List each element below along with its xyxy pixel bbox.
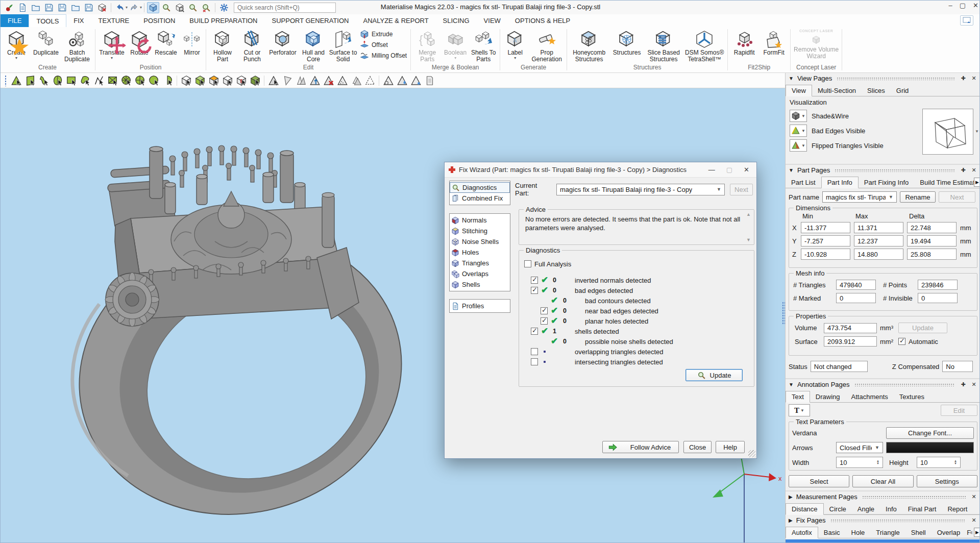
- shade-wire-dropdown[interactable]: ▼: [790, 110, 807, 122]
- nav-shells[interactable]: Shells: [450, 279, 510, 290]
- dialog-title-bar[interactable]: Fix Wizard (Part: magics fix stl- Tirupa…: [445, 162, 756, 178]
- settings-button[interactable]: Settings: [917, 475, 977, 487]
- close-section-icon[interactable]: ✕: [970, 493, 977, 500]
- diag-checkbox[interactable]: [531, 287, 538, 294]
- minimize-button[interactable]: –: [949, 2, 952, 9]
- import-part-icon[interactable]: [69, 2, 82, 13]
- shells-to-parts-button[interactable]: Shells To Parts: [469, 28, 498, 63]
- invisible-field[interactable]: 0: [918, 293, 958, 303]
- invert-normals-tool-icon[interactable]: [308, 74, 322, 87]
- y-min-field[interactable]: -7.257: [801, 235, 850, 246]
- nav-profiles[interactable]: Profiles: [450, 301, 510, 311]
- rectangle-selection-tool-icon[interactable]: [64, 74, 78, 87]
- create-button[interactable]: Create▾: [2, 28, 31, 60]
- x-max-field[interactable]: 11.371: [854, 222, 903, 233]
- batch-duplicate-button[interactable]: Batch Duplicate: [61, 28, 93, 63]
- menu-build-preparation[interactable]: BUILD PREPARATION: [182, 14, 264, 27]
- undo-dropdown-arrow[interactable]: ▾: [126, 5, 128, 10]
- y-delta-field[interactable]: 19.494: [907, 235, 957, 246]
- surface-field[interactable]: 2093.912: [824, 336, 877, 347]
- bad-edges-dropdown[interactable]: ▼: [790, 125, 807, 137]
- update-button[interactable]: Update: [685, 369, 743, 381]
- tab-attachments[interactable]: Attachments: [846, 391, 894, 402]
- arrows-dropdown[interactable]: Closed Filled▼: [836, 442, 883, 453]
- help-button[interactable]: Help: [716, 441, 745, 453]
- cut-or-punch-button[interactable]: Cut or Punch: [237, 28, 267, 63]
- tab-shell[interactable]: Shell: [905, 527, 932, 538]
- menu-slicing[interactable]: SLICING: [436, 14, 477, 27]
- annotation-pages-header[interactable]: ▼ Annotation Pages ✚ ✕: [786, 379, 980, 390]
- follow-advice-button[interactable]: Follow Advice: [602, 441, 679, 453]
- flipped-triangles-dropdown[interactable]: ▼: [790, 139, 807, 152]
- nav-normals[interactable]: Normals: [450, 215, 510, 226]
- tab-distance[interactable]: Distance: [786, 503, 824, 515]
- zoom-to-view-icon[interactable]: [147, 2, 159, 13]
- settings-gear-icon[interactable]: [218, 2, 230, 13]
- tab-basic[interactable]: Basic: [818, 527, 846, 538]
- perforator-button[interactable]: Perforator: [267, 28, 299, 56]
- screen-capture-icon[interactable]: [960, 15, 973, 26]
- triangle-point-tool-icon[interactable]: [409, 74, 423, 87]
- nav-holes[interactable]: Holes: [450, 247, 510, 258]
- mark-cube-red-core-tool-icon[interactable]: [234, 74, 248, 87]
- arrow-color-swatch[interactable]: [886, 442, 974, 453]
- maximize-button[interactable]: ▢: [960, 2, 966, 9]
- arc-selection-tool-icon[interactable]: [161, 74, 175, 87]
- z-delta-field[interactable]: 25.808: [907, 249, 957, 260]
- mark-cube-orange-top-tool-icon[interactable]: [207, 74, 220, 87]
- z-min-field[interactable]: -10.928: [801, 249, 850, 260]
- rapidfit-button[interactable]: Rapidfit: [729, 28, 759, 56]
- nav-overlaps[interactable]: Overlaps: [450, 268, 510, 279]
- automatic-checkbox[interactable]: [898, 338, 905, 345]
- mark-cube-green-tool-icon[interactable]: [193, 74, 207, 87]
- view-pages-header[interactable]: ▼ View Pages ✚ ✕: [786, 73, 980, 84]
- tab-drawing[interactable]: Drawing: [810, 391, 846, 402]
- clear-all-button[interactable]: Clear All: [852, 475, 913, 487]
- quick-search-input[interactable]: [234, 3, 336, 13]
- fix-pages-header[interactable]: ▶ Fix Pages ✕: [786, 515, 980, 526]
- tabs-scroll-left-icon[interactable]: ◀: [967, 178, 974, 187]
- tab-triangle[interactable]: Triangle: [870, 527, 905, 538]
- menu-options-help[interactable]: OPTIONS & HELP: [508, 14, 577, 27]
- triangle-pair-tool-icon[interactable]: [294, 74, 308, 87]
- pin-icon[interactable]: ✚: [960, 75, 967, 82]
- close-section-icon[interactable]: ✕: [970, 381, 977, 388]
- tab-angle[interactable]: Angle: [852, 504, 880, 514]
- polyline-selection-tool-icon[interactable]: [92, 74, 106, 87]
- diag-checkbox[interactable]: [541, 317, 548, 325]
- select-cube-white-tool-icon[interactable]: [179, 74, 193, 87]
- tabs-scroll-right-icon[interactable]: ▶: [974, 178, 980, 187]
- zoom-part-icon[interactable]: [174, 2, 186, 13]
- tab-multi-section[interactable]: Multi-Section: [812, 85, 862, 96]
- offset-button[interactable]: Offset: [360, 40, 407, 50]
- tab-overlap[interactable]: Overlap: [932, 527, 966, 538]
- close-dialog-button[interactable]: Close: [683, 441, 712, 453]
- part-pages-header[interactable]: ▼ Part Pages ✚ ✕: [786, 165, 980, 176]
- expand-arrow-icon[interactable]: ▶: [789, 494, 793, 500]
- tab-grid[interactable]: Grid: [891, 85, 915, 96]
- nav-diagnostics[interactable]: Diagnostics: [450, 182, 510, 193]
- change-font-button[interactable]: Change Font...: [886, 427, 974, 439]
- expand-arrow-icon[interactable]: ▶: [789, 517, 793, 523]
- hull-and-core-button[interactable]: Hull and Core: [299, 28, 328, 63]
- structures-button[interactable]: Structures: [609, 28, 644, 56]
- triangles-field[interactable]: 479840: [836, 280, 876, 290]
- x-min-field[interactable]: -11.377: [801, 222, 850, 233]
- part-name-dropdown[interactable]: magics fix stl- Tirupati B▼: [822, 191, 897, 203]
- diag-checkbox[interactable]: [531, 277, 538, 284]
- menu-tools[interactable]: TOOLS: [29, 14, 66, 27]
- nav-combined-fix[interactable]: Combined Fix: [450, 193, 510, 204]
- freeform-selection-tool-icon[interactable]: [78, 74, 92, 87]
- mark-surface-tool-icon[interactable]: [37, 74, 51, 87]
- full-analysis-checkbox[interactable]: [524, 260, 531, 267]
- rename-button[interactable]: Rename: [900, 191, 936, 203]
- mark-shell-tool-icon[interactable]: [51, 74, 64, 87]
- text-style-dropdown[interactable]: T▼: [789, 404, 810, 416]
- tabs-scroll-right-icon[interactable]: ▶: [974, 528, 980, 537]
- collapse-arrow-icon[interactable]: ▼: [789, 382, 794, 387]
- nav-triangles[interactable]: Triangles: [450, 258, 510, 268]
- triangle-doc-tool-icon[interactable]: [423, 74, 436, 87]
- diag-checkbox[interactable]: [541, 307, 548, 314]
- undo-icon[interactable]: [114, 2, 126, 13]
- scroll-up-icon[interactable]: ▲: [745, 212, 752, 217]
